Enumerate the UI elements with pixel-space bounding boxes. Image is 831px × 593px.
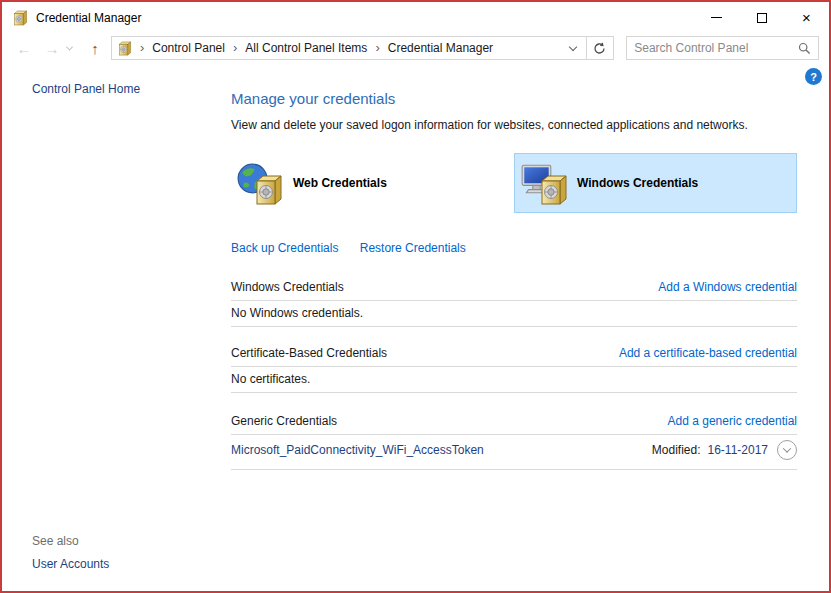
tile-label: Web Credentials (293, 176, 387, 190)
certificates-empty-text: No certificates. (231, 372, 797, 387)
tab-web-credentials[interactable]: Web Credentials (231, 153, 514, 213)
expand-credential-button[interactable] (777, 440, 797, 460)
windows-credentials-empty-text: No Windows credentials. (231, 306, 797, 321)
help-icon[interactable]: ? (805, 68, 822, 85)
search-input[interactable] (627, 41, 798, 55)
chevron-down-icon (783, 444, 791, 452)
credential-row: Microsoft_PaidConnectivity_WiFi_AccessTo… (231, 435, 797, 464)
refresh-icon (593, 42, 606, 55)
up-button[interactable]: ↑ (85, 40, 105, 57)
close-icon: × (802, 10, 811, 25)
minimize-icon (711, 17, 722, 18)
maximize-icon (757, 13, 767, 23)
breadcrumb-separator-icon: › (375, 42, 379, 54)
section-title: Certificate-Based Credentials (231, 346, 387, 361)
section-windows-credentials: Windows Credentials Add a Windows creden… (231, 280, 797, 295)
close-button[interactable]: × (784, 2, 829, 33)
web-credentials-icon (236, 159, 284, 207)
refresh-button[interactable] (587, 37, 611, 59)
add-certificate-credential-link[interactable]: Add a certificate-based credential (619, 346, 797, 361)
content-area: ? Control Panel Home See also User Accou… (2, 63, 829, 591)
maximize-button[interactable] (739, 2, 784, 33)
recent-pages-dropdown-icon[interactable] (66, 43, 73, 50)
tab-windows-credentials[interactable]: Windows Credentials (514, 153, 797, 213)
credential-actions: Back up Credentials Restore Credentials (231, 241, 797, 256)
backup-credentials-link[interactable]: Back up Credentials (231, 241, 338, 255)
navigation-toolbar: ← → ↑ › Control Panel › All Control Pane… (2, 33, 829, 63)
section-certificate-credentials: Certificate-Based Credentials Add a cert… (231, 346, 797, 361)
windows-credentials-icon (520, 159, 568, 207)
sidebar-item-control-panel-home[interactable]: Control Panel Home (32, 82, 140, 96)
page-subtitle: View and delete your saved logon informa… (231, 118, 797, 133)
window-controls: × (694, 2, 829, 33)
add-generic-credential-link[interactable]: Add a generic credential (668, 414, 797, 429)
credential-name[interactable]: Microsoft_PaidConnectivity_WiFi_AccessTo… (231, 443, 484, 457)
divider (231, 366, 797, 367)
restore-credentials-link[interactable]: Restore Credentials (360, 241, 466, 255)
credential-manager-window: Credential Manager × ← → ↑ › Control Pan… (0, 0, 831, 593)
breadcrumb-all-control-panel-items[interactable]: All Control Panel Items (245, 41, 367, 55)
forward-button[interactable]: → (42, 40, 62, 57)
divider (231, 326, 797, 327)
address-location-icon (117, 41, 132, 56)
section-generic-credentials: Generic Credentials Add a generic creden… (231, 414, 797, 429)
divider (231, 469, 797, 470)
divider (231, 300, 797, 301)
search-icon[interactable] (798, 42, 811, 55)
address-dropdown-icon[interactable] (569, 42, 577, 50)
add-windows-credential-link[interactable]: Add a Windows credential (658, 280, 797, 295)
back-button[interactable]: ← (14, 40, 34, 57)
section-title: Windows Credentials (231, 280, 344, 295)
section-title: Generic Credentials (231, 414, 337, 429)
title-bar: Credential Manager × (2, 2, 829, 33)
modified-date: 16-11-2017 (708, 443, 769, 457)
credential-manager-icon (12, 10, 28, 26)
divider (231, 392, 797, 393)
main-panel: Manage your credentials View and delete … (231, 89, 797, 470)
address-bar[interactable]: › Control Panel › All Control Panel Item… (111, 36, 614, 60)
breadcrumb-credential-manager[interactable]: Credential Manager (388, 41, 493, 55)
tile-label: Windows Credentials (577, 176, 698, 190)
sidebar-item-user-accounts[interactable]: User Accounts (32, 557, 109, 571)
window-title: Credential Manager (36, 11, 141, 25)
page-title: Manage your credentials (231, 89, 797, 108)
modified-label: Modified: (652, 443, 701, 457)
minimize-button[interactable] (694, 2, 739, 33)
breadcrumb-separator-icon: › (233, 42, 237, 54)
search-box (626, 36, 819, 60)
see-also-label: See also (32, 534, 79, 548)
breadcrumb-separator-icon: › (140, 42, 144, 54)
credential-type-tiles: Web Credentials Windows Credentials (231, 153, 797, 213)
credential-meta: Modified: 16-11-2017 (652, 440, 797, 460)
breadcrumb-control-panel[interactable]: Control Panel (152, 41, 225, 55)
